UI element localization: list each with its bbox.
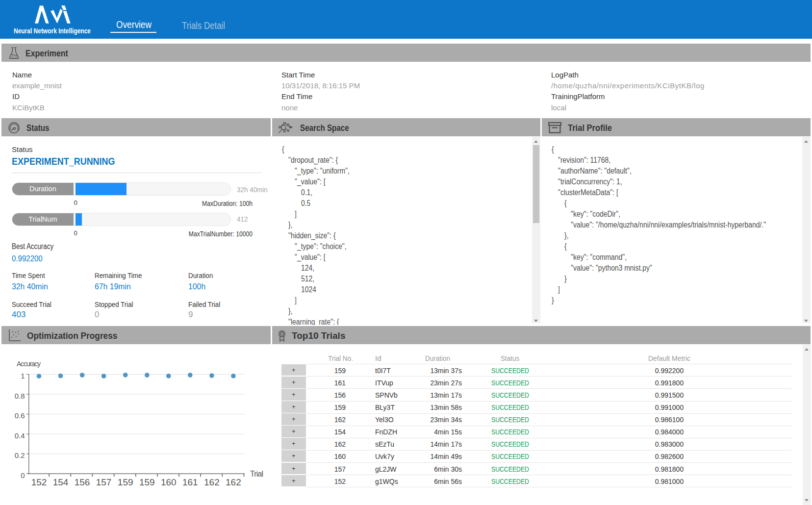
svg-text:159: 159 bbox=[139, 477, 155, 487]
svg-text:1: 1 bbox=[21, 372, 25, 380]
svg-text:157: 157 bbox=[96, 477, 112, 487]
svg-text:156: 156 bbox=[75, 477, 90, 487]
svg-text:154: 154 bbox=[53, 477, 69, 487]
svg-text:0.4: 0.4 bbox=[15, 431, 25, 440]
svg-text:152: 152 bbox=[31, 477, 47, 487]
svg-text:Trial: Trial bbox=[250, 470, 263, 478]
svg-text:0.6: 0.6 bbox=[15, 411, 25, 420]
svg-text:161: 161 bbox=[182, 477, 198, 487]
svg-text:159: 159 bbox=[118, 477, 133, 487]
svg-text:162: 162 bbox=[226, 477, 241, 487]
svg-text:0.2: 0.2 bbox=[15, 451, 25, 459]
svg-text:162: 162 bbox=[204, 477, 220, 487]
svg-text:Accuracy: Accuracy bbox=[17, 360, 41, 368]
svg-text:160: 160 bbox=[161, 477, 177, 487]
svg-text:0.8: 0.8 bbox=[15, 392, 25, 400]
svg-text:0: 0 bbox=[21, 471, 25, 480]
